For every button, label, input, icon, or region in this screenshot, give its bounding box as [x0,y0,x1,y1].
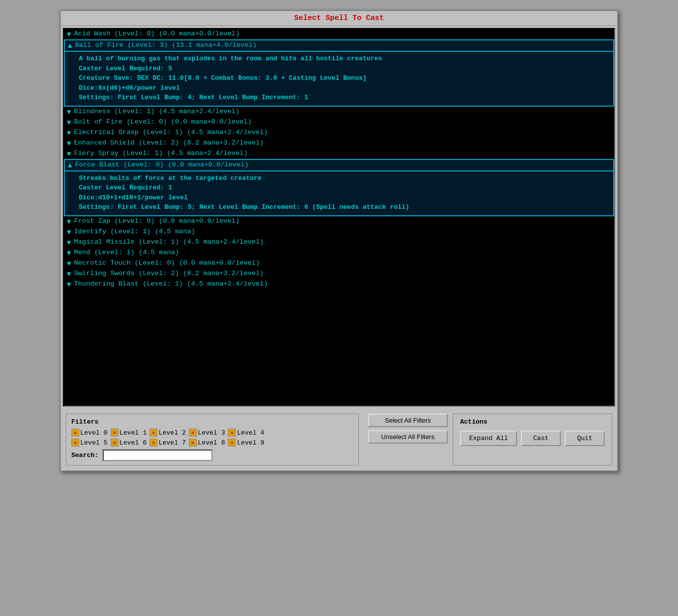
chevron-up-icon: ▲ [68,161,72,169]
actions-title: Actions [460,418,605,426]
filter-level-label: Level 2 [159,429,186,437]
cast-button[interactable]: Cast [521,431,561,446]
chevron-down-icon: ▼ [67,218,71,226]
detail-line: Dice:8x(d6)+d6/power level [79,83,609,93]
filter-item[interactable]: ✕Level 9 [228,439,264,447]
spell-row-ball-of-fire[interactable]: ▲Ball of Fire (Level: 3) (13.1 mana+4.0/… [64,39,614,52]
spell-label: Electrical Grasp (Level: 1) (4.5 mana+2.… [74,129,268,136]
filter-item[interactable]: ✕Level 0 [71,429,108,437]
chevron-down-icon: ▼ [67,129,71,137]
filter-level-label: Level 3 [198,429,225,437]
spell-row-fiery-spray[interactable]: ▼Fiery Spray (Level: 1) (4.5 mana+2.4/le… [64,149,614,159]
filter-row-1: ✕Level 0✕Level 1✕Level 2✕Level 3✕Level 4 [71,429,353,437]
spell-row-enhanced-shield[interactable]: ▼Enhanced Shield (Level: 2) (8.2 mana+3.… [64,138,614,149]
chevron-down-icon: ▼ [67,281,71,289]
filter-checkbox[interactable]: ✕ [228,439,236,447]
filter-level-label: Level 9 [237,439,264,447]
actions-box: Actions Expand All Cast Quit [453,414,612,465]
spell-label: Swirling Swords (Level: 2) (8.2 mana+3.2… [74,270,264,277]
chevron-down-icon: ▼ [67,260,71,268]
search-input[interactable] [103,450,212,461]
filter-checkbox[interactable]: ✕ [189,429,197,437]
chevron-up-icon: ▲ [68,42,72,50]
chevron-down-icon: ▼ [67,108,71,116]
spell-list[interactable]: ▼Acid Wash (Level: 0) (0.0 mana+0.0/leve… [63,28,615,407]
filters-box: Filters ✕Level 0✕Level 1✕Level 2✕Level 3… [66,414,359,465]
chevron-down-icon: ▼ [67,270,71,278]
filter-item[interactable]: ✕Level 1 [111,429,147,437]
detail-line: Dice:d10+1+d10+1/power level [79,193,609,203]
filter-buttons: Select All Filters Unselect All Filters [368,414,448,465]
filter-item[interactable]: ✕Level 3 [189,429,225,437]
filter-item[interactable]: ✕Level 4 [228,429,264,437]
spell-label: Enhanced Shield (Level: 2) (8.2 mana+3.2… [74,139,264,147]
filter-checkbox[interactable]: ✕ [189,439,197,447]
spell-label: Blindness (Level: 1) (4.5 mana+2.4/level… [74,108,239,115]
filter-level-label: Level 8 [198,439,225,447]
unselect-all-filters-button[interactable]: Unselect All Filters [368,430,448,444]
spell-row-blindness[interactable]: ▼Blindness (Level: 1) (4.5 mana+2.4/leve… [64,107,614,117]
spell-label: Ball of Fire (Level: 3) (13.1 mana+4.0/l… [75,41,257,49]
spell-label: Frost Zap (Level: 0) (0.0 mana+0.0/level… [74,217,239,225]
spell-row-acid-wash[interactable]: ▼Acid Wash (Level: 0) (0.0 mana+0.0/leve… [64,29,614,39]
chevron-down-icon: ▼ [67,140,71,148]
spell-row-bolt-of-fire[interactable]: ▼Bolt of Fire (Level: 0) (0.0 mana+0.0/l… [64,117,614,128]
spell-row-frost-zap[interactable]: ▼Frost Zap (Level: 0) (0.0 mana+0.0/leve… [64,216,614,227]
detail-line: Caster Level Required: 1 [79,183,609,193]
quit-button[interactable]: Quit [565,431,605,446]
chevron-down-icon: ▼ [67,239,71,247]
search-label: Search: [71,452,99,459]
spell-label: Thundering Blast (Level: 1) (4.5 mana+2.… [74,280,268,288]
spell-label: Magical Missile (Level: 1) (4.5 mana+2.4… [74,238,264,246]
filter-level-label: Level 7 [159,439,186,447]
detail-line: Settings: First Level Bump: 5; Next Leve… [79,202,609,212]
filter-checkbox[interactable]: ✕ [150,429,158,437]
spell-row-electrical-grasp[interactable]: ▼Electrical Grasp (Level: 1) (4.5 mana+2… [64,128,614,138]
spell-detail-ball-of-fire: A ball of burning gas that explodes in t… [64,52,614,107]
expand-all-button[interactable]: Expand All [460,431,517,446]
search-row: Search: [71,450,353,461]
detail-line: A ball of burning gas that explodes in t… [79,54,609,64]
chevron-down-icon: ▼ [67,150,71,158]
filter-checkbox[interactable]: ✕ [228,429,236,437]
title-bar: Select Spell To Cast [61,11,617,26]
spell-label: Mend (Level: 1) (4.5 mana) [74,249,179,256]
chevron-down-icon: ▼ [67,228,71,236]
spell-row-force-blast[interactable]: ▲Force Blast (Level: 0) (0.0 mana+0.0/le… [64,159,614,171]
spell-row-swirling-swords[interactable]: ▼Swirling Swords (Level: 2) (8.2 mana+3.… [64,269,614,279]
filter-level-label: Level 6 [120,439,147,447]
filter-row-2: ✕Level 5✕Level 6✕Level 7✕Level 8✕Level 9 [71,439,353,447]
filter-checkbox[interactable]: ✕ [71,439,79,447]
spell-label: Force Blast (Level: 0) (0.0 mana+0.0/lev… [75,161,248,168]
filter-item[interactable]: ✕Level 6 [111,439,147,447]
filter-item[interactable]: ✕Level 5 [71,439,108,447]
filter-item[interactable]: ✕Level 7 [150,439,186,447]
spell-row-identify[interactable]: ▼Identify (Level: 1) (4.5 mana) [64,227,614,237]
chevron-down-icon: ▼ [67,119,71,127]
spell-label: Necrotic Touch (Level: 0) (0.0 mana+0.0/… [74,259,260,267]
filter-item[interactable]: ✕Level 8 [189,439,225,447]
spell-row-necrotic-touch[interactable]: ▼Necrotic Touch (Level: 0) (0.0 mana+0.0… [64,258,614,269]
filter-checkbox[interactable]: ✕ [71,429,79,437]
filter-level-label: Level 4 [237,429,264,437]
spell-label: Bolt of Fire (Level: 0) (0.0 mana+0.0/le… [74,118,251,126]
detail-line: Streaks bolts of force at the targeted c… [79,173,609,183]
filter-level-label: Level 0 [80,429,108,437]
spell-label: Fiery Spray (Level: 1) (4.5 mana+2.4/lev… [74,150,247,157]
select-all-filters-button[interactable]: Select All Filters [368,414,448,427]
bottom-panel: Filters ✕Level 0✕Level 1✕Level 2✕Level 3… [61,409,617,470]
detail-line: Creature Save: DEX DC: 11.0[8.0 + Combat… [79,73,609,83]
filter-level-label: Level 1 [120,429,147,437]
filter-checkbox[interactable]: ✕ [111,439,119,447]
spell-row-mend[interactable]: ▼Mend (Level: 1) (4.5 mana) [64,248,614,258]
filter-checkbox[interactable]: ✕ [150,439,158,447]
main-window: Select Spell To Cast ▼Acid Wash (Level: … [60,10,618,471]
spell-row-magical-missile[interactable]: ▼Magical Missile (Level: 1) (4.5 mana+2.… [64,237,614,248]
spell-label: Identify (Level: 1) (4.5 mana) [74,228,195,235]
filter-item[interactable]: ✕Level 2 [150,429,186,437]
spell-row-thundering-blast[interactable]: ▼Thundering Blast (Level: 1) (4.5 mana+2… [64,279,614,290]
detail-line: Caster Level Required: 5 [79,64,609,74]
window-title: Select Spell To Cast [294,14,384,22]
filters-title: Filters [71,418,353,426]
filter-checkbox[interactable]: ✕ [111,429,119,437]
